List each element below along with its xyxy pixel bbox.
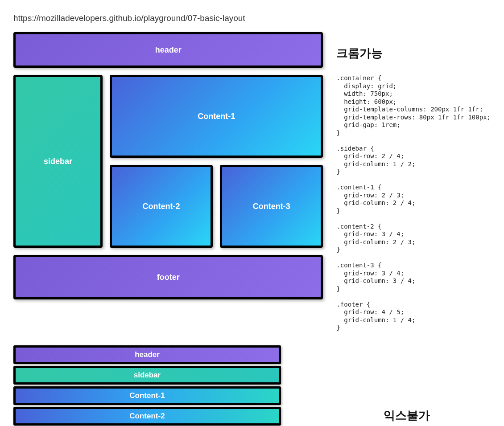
- stack-header-label: header: [135, 350, 160, 359]
- bottom-row: header sidebar Content-1 Content-2 Conte…: [13, 345, 491, 426]
- stack-content1-box: Content-1: [13, 386, 281, 405]
- grid-header-box: header: [13, 32, 323, 68]
- stack-sidebar-label: sidebar: [134, 371, 161, 380]
- right-column: 크롬가능 .container { display: grid; width: …: [336, 32, 491, 332]
- stack-content2-label: Content-2: [129, 412, 165, 421]
- grid-content1-box: Content-1: [110, 75, 323, 158]
- grid-sidebar-box: sidebar: [13, 75, 103, 248]
- grid-content3-label: Content-3: [253, 202, 290, 211]
- heading-ie-no: 익스불가: [384, 408, 491, 423]
- stack-content2-box: Content-2: [13, 407, 281, 426]
- bottom-right-column: 익스불가: [294, 345, 491, 423]
- css-code-block: .container { display: grid; width: 750px…: [336, 74, 491, 332]
- stacked-fallback-demo: header sidebar Content-1 Content-2 Conte…: [13, 345, 281, 426]
- source-url: https://mozilladevelopers.github.io/play…: [13, 13, 491, 23]
- grid-content3-box: Content-3: [220, 165, 323, 248]
- grid-content2-label: Content-2: [143, 202, 180, 211]
- main-row: header sidebar Content-1 Content-2 Conte…: [13, 32, 491, 332]
- css-grid-demo: header sidebar Content-1 Content-2 Conte…: [13, 32, 323, 299]
- stack-sidebar-box: sidebar: [13, 366, 281, 385]
- heading-chrome-ok: 크롬가능: [336, 45, 491, 61]
- grid-footer-box: footer: [13, 255, 323, 299]
- grid-sidebar-label: sidebar: [44, 157, 72, 166]
- grid-content2-box: Content-2: [110, 165, 213, 248]
- grid-header-label: header: [155, 45, 182, 55]
- stack-content1-label: Content-1: [129, 391, 165, 400]
- stack-header-box: header: [13, 345, 281, 364]
- grid-footer-label: footer: [157, 273, 180, 282]
- grid-content1-label: Content-1: [198, 112, 235, 121]
